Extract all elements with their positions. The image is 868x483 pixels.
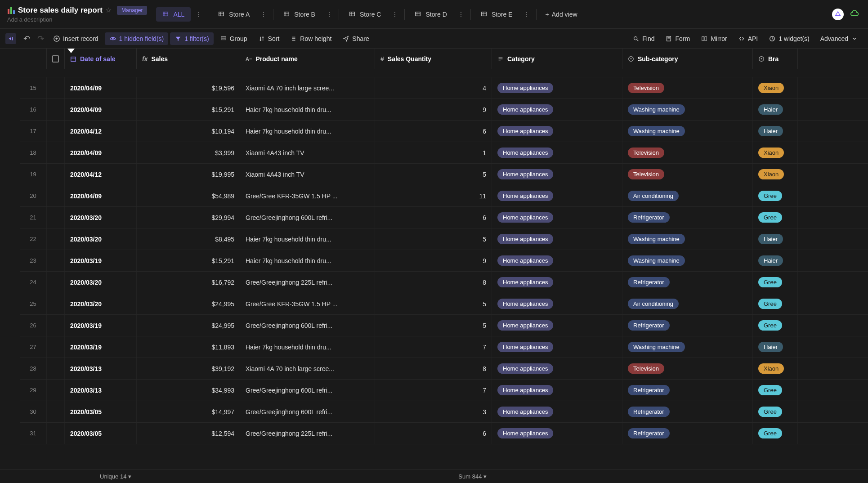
cell-qty[interactable]: 8 <box>375 272 492 293</box>
cell-date[interactable]: 2020/04/09 <box>65 99 137 120</box>
view-tab-store-e[interactable]: Store E <box>474 7 519 22</box>
column-header-product[interactable]: A≡ Product name <box>240 49 375 69</box>
row-checkbox[interactable] <box>47 423 65 444</box>
cell-qty[interactable]: 6 <box>375 207 492 228</box>
table-row[interactable]: 222020/03/20$8,495Haier 7kg household th… <box>20 228 868 250</box>
row-checkbox[interactable] <box>47 142 65 163</box>
row-checkbox[interactable] <box>47 401 65 422</box>
cell-qty[interactable]: 7 <box>375 380 492 401</box>
widgets-button[interactable]: 1 widget(s) <box>764 32 814 45</box>
cell-sales[interactable]: $14,997 <box>137 401 240 422</box>
view-tab-all[interactable]: ALL <box>156 7 191 22</box>
mirror-button[interactable]: Mirror <box>696 32 732 45</box>
cell-subcategory[interactable]: Television <box>622 164 753 185</box>
cell-subcategory[interactable]: Refrigerator <box>622 423 753 444</box>
cell-sales[interactable]: $3,999 <box>137 142 240 163</box>
view-tab-store-c[interactable]: Store C <box>343 7 387 22</box>
row-checkbox[interactable] <box>47 164 65 185</box>
table-row[interactable]: 262020/03/19$24,995Gree/Greejinghong 600… <box>20 315 868 336</box>
cell-date[interactable]: 2020/03/05 <box>65 401 137 422</box>
cell-date[interactable]: 2020/03/19 <box>65 315 137 336</box>
cell-category[interactable]: Home appliances <box>492 228 622 250</box>
footer-sum[interactable]: Sum 844 ▾ <box>375 473 492 480</box>
cell-category[interactable]: Home appliances <box>492 185 622 206</box>
cell-subcategory[interactable]: Washing machine <box>622 250 753 271</box>
share-button[interactable]: Share <box>338 32 373 45</box>
table-row[interactable]: 242020/03/20$16,792Gree/Greejinghong 225… <box>20 272 868 293</box>
cell-brand[interactable]: Gree <box>753 423 798 444</box>
cell-qty[interactable]: 5 <box>375 293 492 314</box>
table-row[interactable]: 182020/04/09$3,999Xiaomi 4A43 inch TV1Ho… <box>20 142 868 164</box>
cell-qty[interactable]: 5 <box>375 315 492 336</box>
cell-date[interactable]: 2020/04/12 <box>65 164 137 185</box>
cell-sales[interactable]: $19,596 <box>137 77 240 98</box>
row-checkbox[interactable] <box>47 207 65 228</box>
cell-sales[interactable]: $16,792 <box>137 272 240 293</box>
cell-sales[interactable]: $39,192 <box>137 358 240 379</box>
form-button[interactable]: Form <box>661 32 694 45</box>
column-header-qty[interactable]: # Sales Quantity <box>375 49 492 69</box>
cell-brand[interactable]: Xiaon <box>753 164 798 185</box>
view-tab-more-icon[interactable]: ⋮ <box>192 9 204 20</box>
cell-category[interactable]: Home appliances <box>492 250 622 271</box>
cloud-sync-icon[interactable] <box>849 9 861 20</box>
grid-body[interactable]: 152020/04/09$19,596Xiaomi 4A 70 inch lar… <box>0 69 868 470</box>
cell-brand[interactable]: Gree <box>753 272 798 293</box>
view-tab-more-icon[interactable]: ⋮ <box>455 9 467 20</box>
row-checkbox[interactable] <box>47 336 65 358</box>
table-row[interactable]: 212020/03/20$29,994Gree/Greejinghong 600… <box>20 207 868 228</box>
select-all-checkbox[interactable] <box>47 49 65 69</box>
cell-product[interactable]: Haier 7kg household thin dru... <box>240 228 375 250</box>
cell-brand[interactable]: Gree <box>753 293 798 314</box>
cell-subcategory[interactable]: Television <box>622 142 753 163</box>
cell-qty[interactable]: 5 <box>375 228 492 250</box>
view-tab-store-b[interactable]: Store B <box>277 7 322 22</box>
column-header-date[interactable]: Date of sale <box>65 49 137 69</box>
cell-category[interactable]: Home appliances <box>492 142 622 163</box>
cell-sales[interactable]: $19,995 <box>137 164 240 185</box>
filters-button[interactable]: 1 filter(s) <box>170 32 213 45</box>
cell-brand[interactable]: Haier <box>753 121 798 142</box>
find-button[interactable]: Find <box>628 32 659 45</box>
cell-subcategory[interactable]: Washing machine <box>622 99 753 120</box>
row-checkbox[interactable] <box>47 293 65 314</box>
cell-product[interactable]: Gree/Greejinghong 600L refri... <box>240 401 375 422</box>
cell-subcategory[interactable]: Air conditioning <box>622 185 753 206</box>
table-row[interactable]: 282020/03/13$39,192Xiaomi 4A 70 inch lar… <box>20 358 868 380</box>
table-row[interactable]: 312020/03/05$12,594Gree/Greejinghong 225… <box>20 423 868 444</box>
cell-sales[interactable]: $24,995 <box>137 293 240 314</box>
row-checkbox[interactable] <box>47 250 65 271</box>
cell-brand[interactable]: Haier <box>753 336 798 358</box>
cell-product[interactable]: Gree/Greejinghong 225L refri... <box>240 423 375 444</box>
undo-button[interactable]: ↶ <box>21 32 33 45</box>
row-checkbox[interactable] <box>47 358 65 379</box>
cell-subcategory[interactable]: Washing machine <box>622 228 753 250</box>
row-checkbox[interactable] <box>47 380 65 401</box>
hidden-fields-button[interactable]: 1 hidden field(s) <box>105 32 169 45</box>
table-row[interactable]: 252020/03/20$24,995Gree/Gree KFR-35GW 1.… <box>20 293 868 315</box>
cell-qty[interactable]: 4 <box>375 77 492 98</box>
api-button[interactable]: API <box>734 32 763 45</box>
cell-subcategory[interactable]: Washing machine <box>622 336 753 358</box>
column-header-sales[interactable]: fx Sales <box>137 49 240 69</box>
view-tab-more-icon[interactable]: ⋮ <box>521 9 532 20</box>
footer-unique[interactable]: Unique 14 ▾ <box>65 473 137 480</box>
row-checkbox[interactable] <box>47 77 65 98</box>
table-row[interactable]: 292020/03/13$34,993Gree/Greejinghong 600… <box>20 380 868 401</box>
cell-product[interactable]: Gree/Greejinghong 600L refri... <box>240 380 375 401</box>
cell-category[interactable]: Home appliances <box>492 293 622 314</box>
group-button[interactable]: Group <box>215 32 252 45</box>
cell-product[interactable]: Gree/Greejinghong 600L refri... <box>240 207 375 228</box>
view-tab-more-icon[interactable]: ⋮ <box>389 9 401 20</box>
cell-brand[interactable]: Haier <box>753 99 798 120</box>
cell-product[interactable]: Haier 7kg household thin dru... <box>240 99 375 120</box>
cell-category[interactable]: Home appliances <box>492 358 622 379</box>
role-badge[interactable]: Manager <box>117 6 147 15</box>
row-checkbox[interactable] <box>47 121 65 142</box>
cell-subcategory[interactable]: Refrigerator <box>622 401 753 422</box>
column-handle-icon[interactable] <box>67 49 75 53</box>
cell-brand[interactable]: Haier <box>753 250 798 271</box>
cell-qty[interactable]: 6 <box>375 121 492 142</box>
cell-sales[interactable]: $15,291 <box>137 99 240 120</box>
partial-row[interactable] <box>20 69 868 77</box>
